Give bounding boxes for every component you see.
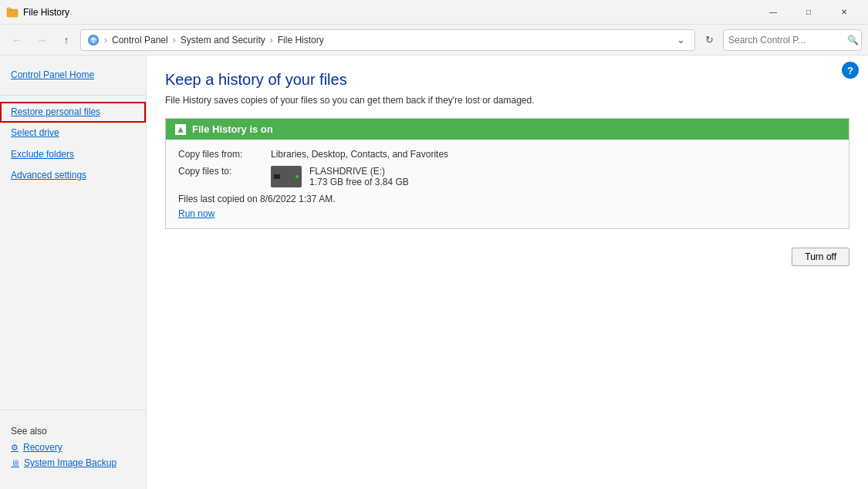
copy-from-value: Libraries, Desktop, Contacts, and Favori… — [271, 149, 448, 160]
sidebar-restore-files[interactable]: Restore personal files — [0, 102, 146, 123]
titlebar: File History — □ ✕ — [0, 0, 868, 25]
sidebar-bottom: See also ⚙ Recovery 🖥 System Image Backu… — [0, 410, 146, 480]
drive-icon — [271, 166, 302, 187]
page-description: File History saves copies of your files … — [165, 95, 849, 106]
see-also-label: See also — [0, 420, 146, 440]
copy-from-label: Copy files from: — [178, 149, 271, 160]
search-icon[interactable]: 🔍 — [847, 35, 859, 46]
window-title: File History — [23, 7, 755, 18]
status-title: File History is on — [192, 123, 273, 135]
addressbar: ← → ↑ › Control Panel › System and Secur… — [0, 25, 868, 56]
address-dropdown-button[interactable]: ⌄ — [673, 32, 688, 48]
copy-to-row: Copy files to: FLASHDRIVE (E:) 1.73 GB f… — [178, 166, 836, 187]
close-button[interactable]: ✕ — [826, 0, 862, 25]
breadcrumb-separator-2: › — [173, 35, 176, 46]
copied-info: Files last copied on 8/6/2022 1:37 AM. — [178, 194, 836, 204]
system-image-label[interactable]: System Image Backup — [24, 457, 117, 468]
sidebar-system-image-backup[interactable]: 🖥 System Image Backup — [0, 455, 146, 470]
status-indicator-icon — [175, 124, 186, 135]
address-box[interactable]: › Control Panel › System and Security › … — [80, 29, 695, 51]
run-now-link[interactable]: Run now — [178, 208, 214, 219]
sidebar-recovery[interactable]: ⚙ Recovery — [0, 440, 146, 455]
sidebar-exclude-folders[interactable]: Exclude folders — [0, 144, 146, 165]
page-title: Keep a history of your files — [165, 71, 849, 89]
drive-info: FLASHDRIVE (E:) 1.73 GB free of 3.84 GB — [271, 166, 409, 187]
sidebar: Control Panel Home Restore personal file… — [0, 56, 147, 489]
content-area: ? Keep a history of your files File Hist… — [147, 56, 868, 489]
status-header: File History is on — [166, 119, 849, 140]
breadcrumb-separator-1: › — [104, 35, 107, 46]
breadcrumb-system-security[interactable]: System and Security — [181, 35, 265, 46]
copy-to-label: Copy files to: — [178, 166, 271, 187]
status-box: File History is on Copy files from: Libr… — [165, 118, 849, 229]
drive-space: 1.73 GB free of 3.84 GB — [309, 177, 409, 187]
copy-from-row: Copy files from: Libraries, Desktop, Con… — [178, 149, 836, 160]
drive-details: FLASHDRIVE (E:) 1.73 GB free of 3.84 GB — [309, 166, 409, 187]
folder-icon — [87, 34, 100, 46]
recovery-label[interactable]: Recovery — [23, 442, 62, 453]
refresh-button[interactable]: ↻ — [698, 29, 720, 51]
turn-off-button[interactable]: Turn off — [792, 248, 849, 266]
search-box[interactable]: 🔍 — [723, 29, 862, 51]
breadcrumb-control-panel[interactable]: Control Panel — [112, 35, 168, 46]
up-button[interactable]: ↑ — [56, 29, 77, 51]
help-button[interactable]: ? — [842, 62, 859, 79]
system-image-icon: 🖥 — [11, 458, 19, 467]
search-input[interactable] — [728, 35, 844, 46]
main-container: Control Panel Home Restore personal file… — [0, 56, 868, 489]
titlebar-icon — [6, 6, 19, 19]
minimize-button[interactable]: — — [755, 0, 791, 25]
sidebar-advanced-settings[interactable]: Advanced settings — [0, 165, 146, 186]
recovery-icon: ⚙ — [11, 443, 19, 453]
breadcrumb-separator-3: › — [270, 35, 273, 46]
svg-marker-5 — [177, 126, 184, 133]
forward-button[interactable]: → — [31, 29, 52, 51]
last-copied-text: Files last copied on 8/6/2022 1:37 AM. — [178, 194, 335, 204]
window-controls: — □ ✕ — [755, 0, 862, 25]
drive-name: FLASHDRIVE (E:) — [309, 166, 409, 177]
maximize-button[interactable]: □ — [791, 0, 826, 25]
svg-rect-2 — [7, 8, 11, 10]
sidebar-control-panel-home[interactable]: Control Panel Home — [0, 65, 146, 86]
breadcrumb-file-history[interactable]: File History — [278, 35, 324, 46]
status-body: Copy files from: Libraries, Desktop, Con… — [166, 140, 849, 228]
back-button[interactable]: ← — [6, 29, 28, 51]
sidebar-select-drive[interactable]: Select drive — [0, 123, 146, 143]
